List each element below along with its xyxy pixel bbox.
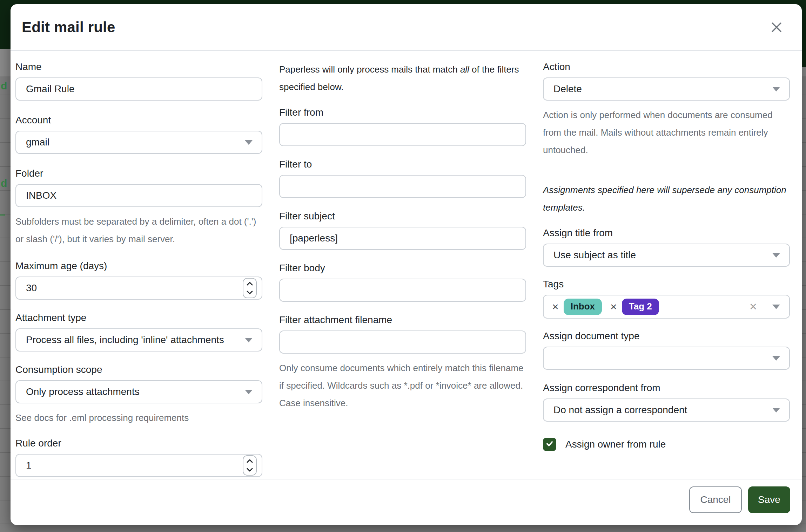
filter-to-input[interactable] <box>279 175 526 198</box>
chevron-down-icon <box>245 338 253 342</box>
consumption-scope-label: Consumption scope <box>15 363 262 376</box>
assign-correspondent-select[interactable]: Do not assign a correspondent <box>543 398 790 422</box>
dialog-title: Edit mail rule <box>22 19 115 36</box>
assign-correspondent-value: Do not assign a correspondent <box>553 404 687 416</box>
rule-order-label: Rule order <box>15 437 262 450</box>
chevron-down-icon <box>772 408 780 412</box>
consumption-scope-select[interactable]: Only process attachments <box>15 380 262 403</box>
filter-attachment-filename-label: Filter attachment filename <box>279 314 526 326</box>
account-value: gmail <box>26 137 49 148</box>
tags-select[interactable]: × Inbox × Tag 2 × <box>543 295 790 319</box>
filter-from-input[interactable] <box>279 123 526 146</box>
chevron-up-icon <box>247 458 253 464</box>
close-icon <box>769 31 784 36</box>
assign-title-label: Assign title from <box>543 227 790 239</box>
action-select[interactable]: Delete <box>543 77 790 101</box>
tag-badge-inbox: Inbox <box>564 299 602 315</box>
filter-attachment-filename-input[interactable] <box>279 330 526 354</box>
chevron-down-icon <box>772 87 780 91</box>
assign-title-select[interactable]: Use subject as title <box>543 244 790 267</box>
action-label: Action <box>543 61 790 73</box>
name-input[interactable] <box>15 77 262 101</box>
assign-owner-checkbox[interactable] <box>543 438 556 451</box>
dialog-header: Edit mail rule <box>11 4 802 51</box>
filter-subject-input[interactable] <box>279 227 526 250</box>
edit-mail-rule-dialog: Edit mail rule Name Account gmail Folder… <box>11 4 802 525</box>
chevron-down-icon <box>245 140 253 145</box>
action-help: Action is only performed when documents … <box>543 106 790 159</box>
filters-intro: Paperless will only process mails that m… <box>279 61 526 96</box>
backdrop-link-fragment-line <box>0 214 5 216</box>
remove-tag-icon[interactable]: × <box>610 301 617 312</box>
filter-to-label: Filter to <box>279 158 526 171</box>
assign-document-type-select[interactable] <box>543 347 790 370</box>
consumption-scope-value: Only process attachments <box>26 386 140 397</box>
chevron-down-icon <box>247 289 253 296</box>
filter-subject-label: Filter subject <box>279 210 526 223</box>
assign-owner-label: Assign owner from rule <box>565 439 666 450</box>
chevron-down-icon <box>772 253 780 258</box>
chevron-down-icon <box>772 356 780 361</box>
column-actions: Action Delete Action is only performed w… <box>543 51 790 451</box>
column-general: Name Account gmail Folder Subfolders mus… <box>15 51 262 477</box>
filter-from-label: Filter from <box>279 106 526 119</box>
screen: d d Edit mail rule Name Account gmail Fo… <box>0 0 806 532</box>
save-button[interactable]: Save <box>748 486 790 513</box>
remove-tag-icon[interactable]: × <box>552 301 559 312</box>
tags-label: Tags <box>543 278 790 291</box>
chevron-down-icon <box>772 305 780 309</box>
chevron-up-icon <box>247 281 253 287</box>
column-filters: Paperless will only process mails that m… <box>279 51 526 412</box>
tag-badge-tag2: Tag 2 <box>622 299 659 315</box>
dialog-footer-divider <box>11 479 802 479</box>
filters-intro-text: Paperless will only process mails that m… <box>279 64 460 75</box>
filter-attachment-filename-help: Only consume documents which entirely ma… <box>279 359 526 412</box>
name-label: Name <box>15 61 262 73</box>
assign-correspondent-label: Assign correspondent from <box>543 382 790 394</box>
assign-owner-row: Assign owner from rule <box>543 438 790 451</box>
account-label: Account <box>15 114 262 127</box>
rule-order-input[interactable] <box>15 454 262 477</box>
max-age-label: Maximum age (days) <box>15 260 262 272</box>
filter-body-input[interactable] <box>279 279 526 302</box>
max-age-field <box>15 277 262 300</box>
filter-body-label: Filter body <box>279 262 526 274</box>
cancel-button[interactable]: Cancel <box>689 486 742 513</box>
consumption-scope-help: See docs for .eml processing requirement… <box>15 409 262 427</box>
attachment-type-select[interactable]: Process all files, including 'inline' at… <box>15 328 262 352</box>
backdrop-link-fragment: d <box>1 178 7 189</box>
account-select[interactable]: gmail <box>15 131 262 154</box>
folder-help: Subfolders must be separated by a delimi… <box>15 213 262 248</box>
clear-icon[interactable]: × <box>750 300 757 313</box>
attachment-type-label: Attachment type <box>15 312 262 324</box>
rule-order-stepper[interactable] <box>243 455 257 476</box>
close-button[interactable] <box>767 18 786 37</box>
attachment-type-value: Process all files, including 'inline' at… <box>26 334 224 346</box>
assign-title-value: Use subject as title <box>553 250 636 261</box>
assign-document-type-label: Assign document type <box>543 330 790 342</box>
max-age-input[interactable] <box>15 277 262 300</box>
filters-intro-emphasis: all <box>460 64 469 75</box>
folder-label: Folder <box>15 167 262 180</box>
action-value: Delete <box>553 83 582 95</box>
chevron-down-icon <box>247 467 253 473</box>
chevron-down-icon <box>245 390 253 394</box>
backdrop-link-fragment: d <box>1 81 7 91</box>
rule-order-field <box>15 454 262 477</box>
assignments-note: Assignments specified here will supersed… <box>543 181 790 216</box>
checkmark-icon <box>545 439 554 450</box>
max-age-stepper[interactable] <box>243 278 257 298</box>
folder-input[interactable] <box>15 184 262 207</box>
